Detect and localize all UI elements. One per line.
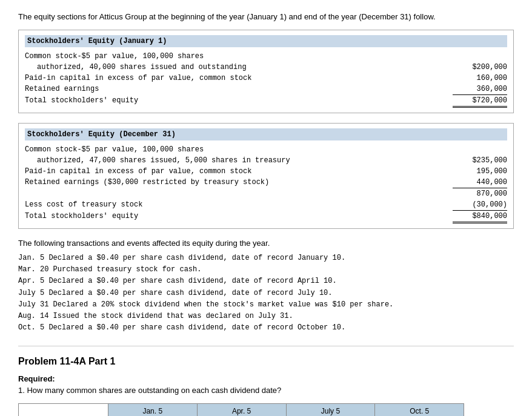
transactions-header: The following transactions and events af… (18, 239, 514, 248)
transaction-item: July 31 Declared a 20% stock dividend wh… (18, 299, 514, 311)
table-header-row: Jan. 5 Apr. 5 July 5 Oct. 5 (19, 404, 464, 416)
jan-equity-section: Stockholders' Equity (January 1) Common … (18, 30, 514, 113)
transaction-item: Apr. 5 Declared a $0.40 per share cash d… (18, 276, 514, 287)
jan-line3: Paid-in capital in excess of par value, … (25, 73, 507, 84)
transaction-item: Aug. 14 Issued the stock dividend that w… (18, 311, 514, 322)
col-header-oct5: Oct. 5 (375, 404, 464, 416)
jan-total-row: Total stockholders' equity $720,000 (25, 95, 507, 108)
dec-line2-label: authorized, 47,000 shares issued, 5,000 … (25, 155, 453, 166)
jan-line1-label: Common stock-$5 par value, 100,000 share… (25, 51, 453, 62)
transactions-section: The following transactions and events af… (18, 239, 514, 334)
transaction-item: July 5 Declared a $0.40 per share cash d… (18, 288, 514, 299)
dec-total-amount: $840,000 (453, 211, 507, 223)
dec-line3: Paid-in capital in excess of par value, … (25, 166, 507, 177)
required-label: Required: (18, 374, 514, 383)
problem-title: Problem 11-4A Part 1 (18, 356, 514, 367)
jan-line4-amount: 360,000 (453, 84, 507, 95)
jan-total-amount: $720,000 (453, 95, 507, 108)
transaction-item: Jan. 5 Declared a $0.40 per share cash d… (18, 253, 514, 264)
dec-subtotal-amount: 870,000 (453, 188, 507, 199)
dec-total-label: Total stockholders' equity (25, 211, 453, 222)
dec-line4-label: Retained earnings ($30,000 restricted by… (25, 177, 453, 188)
jan-line4-label: Retained earnings (25, 84, 453, 94)
dec-subtotal-row: 870,000 (25, 188, 507, 199)
transaction-item: Mar. 20 Purchased treasury stock for cas… (18, 264, 514, 276)
jan-section-header: Stockholders' Equity (January 1) (25, 35, 507, 47)
col-header-apr5: Apr. 5 (197, 404, 286, 416)
dec-line3-label: Paid-in capital in excess of par value, … (25, 166, 453, 177)
dec-section-header: Stockholders' Equity (December 31) (25, 128, 507, 140)
dec-line4: Retained earnings ($30,000 restricted by… (25, 177, 507, 188)
dec-line2: authorized, 47,000 shares issued, 5,000 … (25, 155, 507, 166)
empty-header (19, 404, 108, 416)
jan-line2: authorized, 40,000 shares issued and out… (25, 62, 507, 73)
jan-line3-label: Paid-in capital in excess of par value, … (25, 73, 453, 84)
intro-text: The equity sections for Atticus Group at… (18, 12, 514, 21)
jan-total-label: Total stockholders' equity (25, 95, 453, 106)
jan-line4: Retained earnings 360,000 (25, 84, 507, 95)
dec-less-amount: (30,000) (453, 199, 507, 211)
answer-table: Jan. 5 Apr. 5 July 5 Oct. 5 Outstanding … (18, 403, 464, 416)
dec-less-label: Less cost of treasury stock (25, 199, 453, 210)
dec-line1-label: Common stock-$5 par value, 100,000 share… (25, 144, 453, 155)
jan-line2-amount: $200,000 (453, 62, 507, 73)
divider (18, 346, 514, 346)
dec-equity-section: Stockholders' Equity (December 31) Commo… (18, 123, 514, 229)
dec-line1: Common stock-$5 par value, 100,000 share… (25, 144, 507, 155)
dec-less-row: Less cost of treasury stock (30,000) (25, 199, 507, 211)
dec-line2-amount: $235,000 (453, 155, 507, 166)
transactions-list: Jan. 5 Declared a $0.40 per share cash d… (18, 253, 514, 334)
jan-line2-label: authorized, 40,000 shares issued and out… (25, 62, 453, 73)
dec-total-row: Total stockholders' equity $840,000 (25, 211, 507, 223)
jan-line3-amount: 160,000 (453, 73, 507, 84)
transaction-item: Oct. 5 Declared a $0.40 per share cash d… (18, 322, 514, 334)
col-header-jul5: July 5 (286, 404, 375, 416)
dec-line4-amount: 440,000 (453, 177, 507, 188)
dec-line3-amount: 195,000 (453, 166, 507, 177)
required-question: 1. How many common shares are outstandin… (18, 386, 514, 395)
jan-line1: Common stock-$5 par value, 100,000 share… (25, 51, 507, 62)
col-header-jan5: Jan. 5 (108, 404, 197, 416)
